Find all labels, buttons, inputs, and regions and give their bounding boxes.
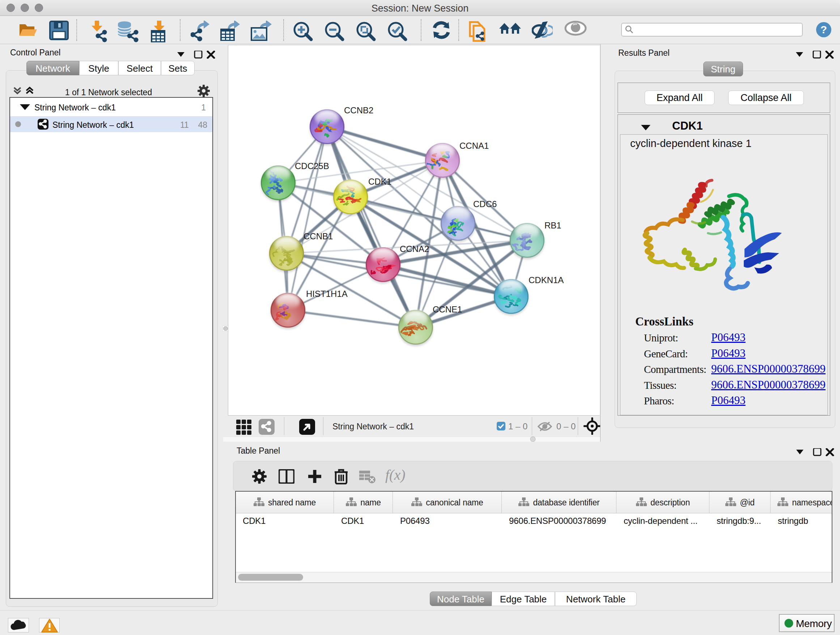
svg-text:CDKN1A: CDKN1A — [529, 275, 564, 285]
svg-text:CDC6: CDC6 — [473, 199, 497, 209]
svg-text:HIST1H1A: HIST1H1A — [306, 289, 347, 299]
svg-text:CCNB2: CCNB2 — [344, 105, 373, 115]
svg-text:CDK1: CDK1 — [368, 177, 392, 187]
svg-text:CCNE1: CCNE1 — [433, 304, 462, 314]
svg-text:CCNB1: CCNB1 — [303, 231, 333, 241]
svg-text:CCNA2: CCNA2 — [400, 244, 429, 254]
svg-text:CDC25B: CDC25B — [295, 161, 329, 171]
svg-text:CCNA1: CCNA1 — [459, 141, 489, 150]
svg-text:RB1: RB1 — [545, 220, 561, 230]
